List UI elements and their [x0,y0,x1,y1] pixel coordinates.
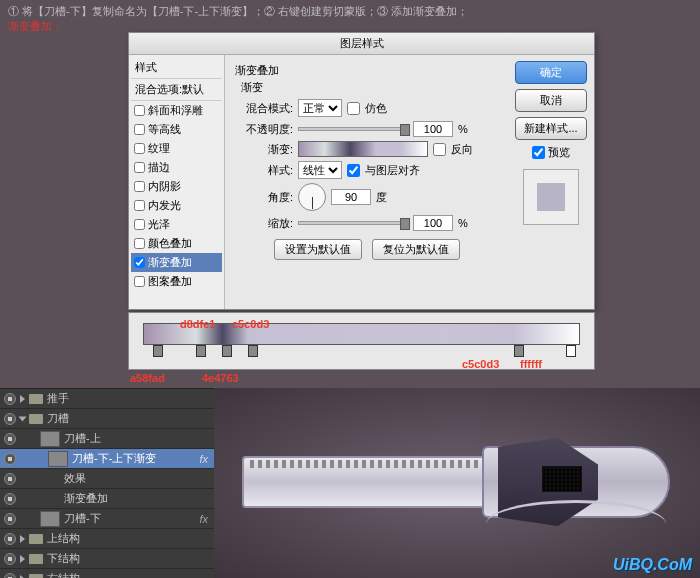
folder-icon [29,394,43,404]
scale-slider[interactable] [298,221,408,225]
checkbox[interactable] [134,143,145,154]
gradient-stop[interactable] [153,345,163,357]
reverse-checkbox[interactable] [433,143,446,156]
gradient-overlay-panel: 渐变叠加 渐变 混合模式: 正常 仿色 不透明度: % 渐变: 反向 样式: 线… [225,55,508,309]
layer-thumbnail [48,451,68,467]
utility-knife-illustration [242,438,672,528]
checkbox[interactable] [134,238,145,249]
chevron-right-icon[interactable] [20,535,25,543]
chevron-right-icon[interactable] [20,395,25,403]
checkbox[interactable] [134,200,145,211]
style-contour[interactable]: 等高线 [131,120,222,139]
scale-input[interactable] [413,215,453,231]
checkbox[interactable] [134,124,145,135]
dither-checkbox[interactable] [347,102,360,115]
folder-icon [29,554,43,564]
align-label: 与图层对齐 [365,163,420,178]
color-annotation: 4e4763 [202,372,239,384]
watermark: UiBQ.CoM [613,556,692,574]
layers-panel: 推手 刀槽 刀槽-上 刀槽-下-上下渐变fx 效果 渐变叠加 刀槽-下fx 上结… [0,388,214,578]
visibility-icon[interactable] [4,513,16,525]
layer-row[interactable]: 刀槽-上 [0,429,214,449]
color-annotation: ffffff [520,358,542,370]
blend-mode-select[interactable]: 正常 [298,99,342,117]
blending-options[interactable]: 混合选项:默认 [131,79,222,101]
opacity-input[interactable] [413,121,453,137]
canvas-preview: UiBQ.CoM [214,388,700,578]
chevron-down-icon[interactable] [19,416,27,421]
style-header: 样式 [131,57,222,79]
folder-icon [29,414,43,424]
fx-badge[interactable]: fx [199,453,208,465]
style-list: 样式 混合选项:默认 斜面和浮雕 等高线 纹理 描边 内阴影 内发光 光泽 颜色… [129,55,225,309]
checkbox[interactable] [134,276,145,287]
style-color-overlay[interactable]: 颜色叠加 [131,234,222,253]
layer-row[interactable]: 刀槽 [0,409,214,429]
blend-mode-label: 混合模式: [235,101,293,116]
layer-row[interactable]: 渐变叠加 [0,489,214,509]
opacity-slider[interactable] [298,127,408,131]
checkbox[interactable] [134,105,145,116]
checkbox[interactable] [134,162,145,173]
layer-row[interactable]: 上结构 [0,529,214,549]
checkbox[interactable] [134,219,145,230]
angle-label: 角度: [235,190,293,205]
gradient-stop[interactable] [196,345,206,357]
gradient-stop[interactable] [514,345,524,357]
layer-row[interactable]: 右结构 [0,569,214,578]
style-label: 样式: [235,163,293,178]
gradient-swatch[interactable] [298,141,428,157]
layer-row[interactable]: 刀槽-下fx [0,509,214,529]
visibility-icon[interactable] [4,393,16,405]
cancel-button[interactable]: 取消 [515,89,587,112]
chevron-right-icon[interactable] [20,575,25,579]
scale-label: 缩放: [235,216,293,231]
layer-row[interactable]: 下结构 [0,549,214,569]
layer-row[interactable]: 刀槽-下-上下渐变fx [0,449,214,469]
layer-row[interactable]: 推手 [0,389,214,409]
angle-input[interactable] [331,189,371,205]
visibility-icon[interactable] [4,473,16,485]
visibility-icon[interactable] [4,493,16,505]
style-pattern-overlay[interactable]: 图案叠加 [131,272,222,291]
make-default-button[interactable]: 设置为默认值 [274,239,362,260]
gradient-style-select[interactable]: 线性 [298,161,342,179]
style-satin[interactable]: 光泽 [131,215,222,234]
style-inner-glow[interactable]: 内发光 [131,196,222,215]
style-gradient-overlay[interactable]: 渐变叠加 [131,253,222,272]
visibility-icon[interactable] [4,553,16,565]
dialog-title: 图层样式 [129,33,594,55]
dialog-right-column: 确定 取消 新建样式... 预览 [508,55,594,309]
layer-row[interactable]: 效果 [0,469,214,489]
reset-default-button[interactable]: 复位为默认值 [372,239,460,260]
fx-badge[interactable]: fx [199,513,208,525]
panel-sub: 渐变 [241,80,498,95]
layer-thumbnail [40,511,60,527]
align-checkbox[interactable] [347,164,360,177]
preview-thumbnail [523,169,579,225]
new-style-button[interactable]: 新建样式... [515,117,587,140]
gradient-stop[interactable] [566,345,576,357]
gradient-stop[interactable] [222,345,232,357]
checkbox[interactable] [134,257,145,268]
style-inner-shadow[interactable]: 内阴影 [131,177,222,196]
visibility-icon[interactable] [4,453,16,465]
checkbox[interactable] [134,181,145,192]
dither-label: 仿色 [365,101,387,116]
angle-dial[interactable] [298,183,326,211]
visibility-icon[interactable] [4,573,16,579]
folder-icon [29,534,43,544]
gradient-stop[interactable] [248,345,258,357]
chevron-right-icon[interactable] [20,555,25,563]
ok-button[interactable]: 确定 [515,61,587,84]
color-annotation: c5c0d3 [462,358,499,370]
color-annotation: d8dfe1 [180,318,215,330]
style-stroke[interactable]: 描边 [131,158,222,177]
visibility-icon[interactable] [4,433,16,445]
style-bevel[interactable]: 斜面和浮雕 [131,101,222,120]
preview-checkbox[interactable] [532,146,545,159]
style-texture[interactable]: 纹理 [131,139,222,158]
visibility-icon[interactable] [4,533,16,545]
panel-title: 渐变叠加 [235,63,498,78]
visibility-icon[interactable] [4,413,16,425]
